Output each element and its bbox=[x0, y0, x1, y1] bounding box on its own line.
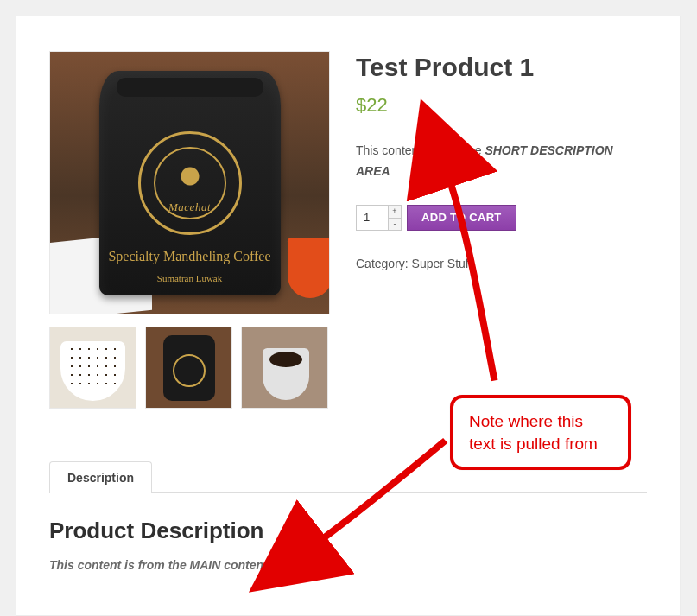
category-suffix: . bbox=[472, 257, 475, 270]
bag-brand-text: Macehat bbox=[168, 200, 211, 214]
product-page: Macehat Specialty Mandheling Coffee Suma… bbox=[16, 16, 681, 616]
product-summary: Test Product 1 $22 This content is from … bbox=[356, 51, 647, 409]
short-desc-prefix: This content is from the bbox=[356, 143, 485, 157]
add-to-cart-row: + - ADD TO CART bbox=[356, 205, 647, 231]
product-gallery: Macehat Specialty Mandheling Coffee Suma… bbox=[49, 51, 330, 409]
quantity-input[interactable] bbox=[357, 206, 388, 230]
annotation-line1: Note where this bbox=[469, 410, 612, 433]
bag-tagline: Specialty Mandheling Coffee bbox=[99, 249, 281, 264]
thumbnail-2[interactable] bbox=[145, 327, 232, 409]
quantity-buttons: + - bbox=[388, 206, 401, 230]
description-body: This content is from the MAIN content se… bbox=[49, 558, 647, 572]
tab-bar: Description bbox=[49, 460, 647, 493]
description-heading: Product Description bbox=[49, 518, 647, 544]
tab-description[interactable]: Description bbox=[49, 461, 152, 493]
bag-subline: Sumatran Luwak bbox=[99, 273, 281, 283]
photo-bg-cup bbox=[288, 238, 330, 298]
coffee-bag: Macehat Specialty Mandheling Coffee Suma… bbox=[99, 71, 281, 295]
short-description: This content is from the SHORT DESCRIPTI… bbox=[356, 141, 647, 182]
category-label: Category: bbox=[356, 257, 412, 270]
qty-plus-button[interactable]: + bbox=[389, 206, 401, 218]
add-to-cart-button[interactable]: ADD TO CART bbox=[407, 205, 516, 231]
product-price: $22 bbox=[356, 94, 647, 117]
product-main-image[interactable]: Macehat Specialty Mandheling Coffee Suma… bbox=[49, 51, 330, 314]
description-panel: Product Description This content is from… bbox=[49, 493, 647, 572]
thumbnail-1[interactable] bbox=[49, 327, 136, 409]
thumbnail-3[interactable] bbox=[241, 327, 328, 409]
product-meta: Category: Super Stuff. bbox=[356, 257, 647, 270]
category-link[interactable]: Super Stuff bbox=[412, 257, 472, 270]
annotation-line2: text is pulled from bbox=[469, 433, 612, 455]
product-top-row: Macehat Specialty Mandheling Coffee Suma… bbox=[49, 51, 647, 409]
thumbnail-row bbox=[49, 327, 330, 409]
bag-logo-icon bbox=[138, 131, 242, 235]
qty-minus-button[interactable]: - bbox=[389, 218, 401, 230]
quantity-stepper: + - bbox=[356, 205, 402, 231]
product-title: Test Product 1 bbox=[356, 53, 647, 82]
product-tabs: Description Product Description This con… bbox=[49, 460, 647, 572]
